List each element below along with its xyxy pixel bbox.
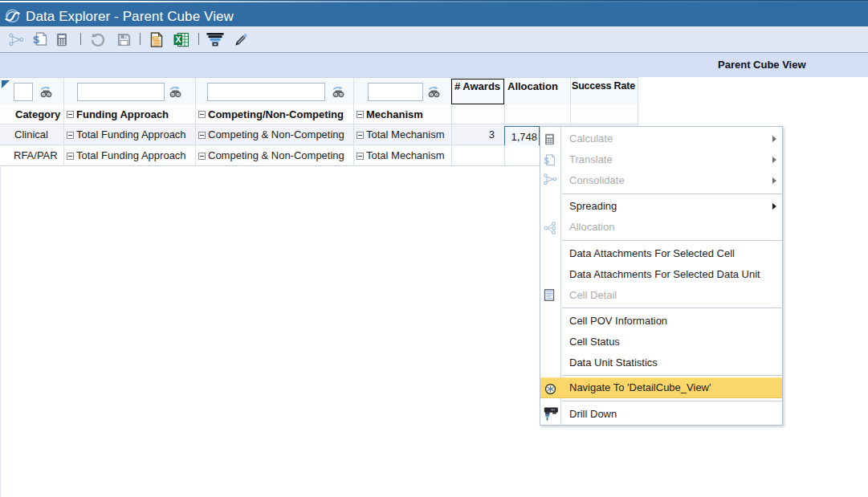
svg-text:X: X [175, 35, 181, 44]
svg-text:$: $ [33, 34, 39, 46]
svg-text:$: $ [544, 156, 549, 165]
